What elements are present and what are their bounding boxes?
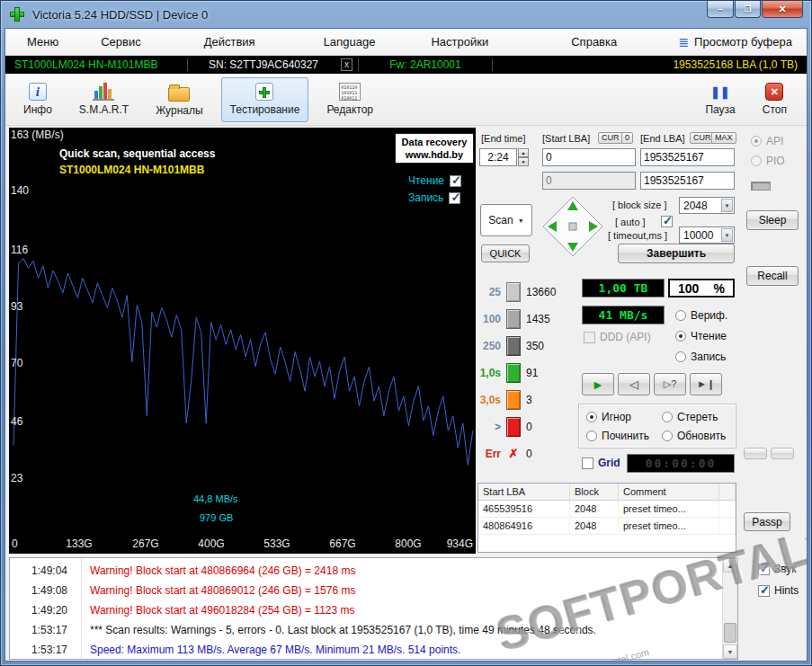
read-checkbox[interactable]: [450, 175, 461, 187]
jog-diamond-control[interactable]: [540, 194, 605, 259]
dropdown-icon[interactable]: ▼: [721, 228, 733, 242]
scroll-up-icon[interactable]: ▲: [723, 558, 737, 573]
menu-item-settings[interactable]: Настройки: [431, 35, 488, 49]
hints-checkbox[interactable]: Hints: [758, 584, 799, 597]
erase-radio[interactable]: Стереть: [662, 411, 718, 423]
timeout-combo[interactable]: 10000 ▼: [679, 226, 735, 244]
cell-filler: [719, 518, 736, 534]
log-row: 1:53:17 *** Scan results: Warnings - 5, …: [10, 620, 737, 640]
maximize-button[interactable]: ❐: [735, 1, 761, 18]
y-tick: 23: [11, 472, 22, 484]
refresh-radio[interactable]: Обновить: [662, 430, 726, 442]
verify-radio[interactable]: Вериф.: [675, 309, 727, 322]
size-lcd: 1,00 TB: [582, 279, 665, 297]
scrollbar-thumb[interactable]: [724, 623, 736, 643]
ignore-radio-circle[interactable]: [586, 412, 597, 422]
read-radio-circle[interactable]: [675, 331, 686, 342]
block-size-combo[interactable]: 2048 ▼: [679, 197, 735, 214]
finish-button[interactable]: Завершить: [618, 244, 735, 263]
header-block[interactable]: Block: [570, 484, 619, 500]
refresh-radio-circle[interactable]: [662, 431, 673, 441]
auto-label: [ auto ]: [615, 217, 646, 227]
step-back-button[interactable]: ◁: [618, 373, 650, 395]
skip-button[interactable]: ►❙: [690, 373, 722, 395]
menu-item-help[interactable]: Справка: [571, 35, 617, 49]
write-checkbox[interactable]: [449, 192, 460, 204]
table-row[interactable]: 465539516 2048 preset timeo...: [478, 501, 736, 518]
sleep-button[interactable]: Sleep: [746, 210, 799, 230]
buffer-view-label: Просмотр буфера: [694, 35, 792, 49]
quick-button[interactable]: QUICK: [481, 244, 530, 262]
close-button[interactable]: ✕: [762, 1, 803, 18]
start-lba-cur-button[interactable]: CUR: [598, 132, 623, 144]
read-radio[interactable]: Чтение: [675, 330, 727, 342]
passp-button[interactable]: Passp: [744, 512, 790, 531]
menu-item-language[interactable]: Language: [324, 35, 376, 49]
minimize-button[interactable]: –: [707, 1, 734, 18]
write-radio[interactable]: Запись: [675, 351, 726, 363]
stop-button[interactable]: ✕ Стоп: [754, 77, 796, 122]
erase-radio-circle[interactable]: [662, 412, 673, 422]
device-serial: SN: S2TTJ9AC640327: [188, 58, 339, 71]
x-tick: 0: [12, 537, 18, 550]
defect-action-group: Игнор Стереть Починить Обновить: [578, 404, 736, 448]
journals-button[interactable]: Журналы: [147, 77, 211, 122]
hist-chip-1s: [506, 363, 521, 383]
ddd-label: DDD (API): [600, 331, 651, 343]
end-time-field[interactable]: [479, 148, 517, 166]
badge-line2: www.hdd.by: [396, 148, 473, 161]
title-bar[interactable]: Victoria 5.24 HDD/SSD | Device 0 – ❐ ✕: [1, 1, 811, 28]
start-test-button[interactable]: ►: [582, 373, 614, 395]
seek-button[interactable]: ▷?: [654, 373, 686, 395]
start-lba-zero-button[interactable]: 0: [621, 132, 633, 144]
end-lba-field[interactable]: [640, 148, 735, 166]
scroll-down-icon[interactable]: ▼: [723, 644, 737, 659]
x-tick: 800G: [395, 537, 421, 550]
sound-checkbox-box[interactable]: [758, 564, 770, 575]
log-time: 1:53:17: [10, 644, 81, 656]
end-time-spinner[interactable]: ▲ ▼: [518, 148, 529, 166]
x-tick: 267G: [132, 537, 158, 550]
sound-checkbox[interactable]: Звук: [758, 563, 797, 575]
smart-button[interactable]: S.M.A.R.T: [70, 77, 138, 122]
menu-item-actions[interactable]: Действия: [204, 35, 255, 49]
editor-button[interactable]: 010110101011010011 Редактор: [317, 77, 382, 122]
side-panel: API PIO Sleep Recall Passp Звук Hints: [738, 128, 807, 661]
auto-checkbox[interactable]: [661, 216, 673, 227]
pio-label: PIO: [766, 155, 785, 167]
menu-item-menu[interactable]: Меню: [27, 35, 58, 49]
header-start-lba[interactable]: Start LBA: [478, 484, 570, 500]
min-speed-position: 979 GB: [200, 512, 233, 523]
end-lba-field2[interactable]: [640, 172, 735, 190]
ignore-radio[interactable]: Игнор: [586, 411, 631, 423]
buffer-view-button[interactable]: ≣ Просмотр буфера: [678, 35, 792, 49]
spin-down-icon[interactable]: ▼: [518, 157, 529, 166]
log-scrollbar[interactable]: ▲ ▼: [722, 558, 737, 659]
log-message: Warning! Block start at 480869012 (246 G…: [81, 584, 355, 597]
badge-line1: Data recovery: [396, 136, 473, 148]
start-lba-field[interactable]: [542, 148, 636, 166]
end-lba-max-button[interactable]: MAX: [711, 132, 736, 144]
spin-up-icon[interactable]: ▲: [518, 148, 529, 157]
log-time: 1:49:08: [10, 584, 81, 597]
dropdown-icon[interactable]: ▼: [721, 199, 733, 212]
info-button[interactable]: i Инфо: [14, 77, 61, 122]
header-comment[interactable]: Comment: [619, 484, 719, 500]
sound-label: Звук: [774, 563, 797, 575]
grid-checkbox-box[interactable]: [582, 457, 593, 469]
scan-mode-dropdown[interactable]: Scan ▼: [480, 204, 532, 236]
table-row[interactable]: 480864916 2048 preset timeo...: [478, 518, 736, 535]
grid-checkbox[interactable]: Grid: [582, 457, 620, 469]
recall-button[interactable]: Recall: [746, 266, 799, 286]
testing-button[interactable]: Тестирование: [221, 77, 309, 122]
remap-radio[interactable]: Починить: [586, 430, 649, 442]
remap-radio-circle[interactable]: [586, 431, 597, 441]
menu-item-service[interactable]: Сервис: [101, 35, 141, 49]
serial-close-button[interactable]: x: [341, 58, 352, 71]
write-radio-circle[interactable]: [675, 351, 686, 362]
hist-err-x-icon: ✗: [506, 444, 521, 464]
verify-radio-circle[interactable]: [675, 310, 686, 321]
log-time: 1:49:20: [10, 604, 81, 617]
pause-button[interactable]: ❚❚ Пауза: [696, 77, 744, 122]
hints-checkbox-box[interactable]: [758, 585, 770, 597]
